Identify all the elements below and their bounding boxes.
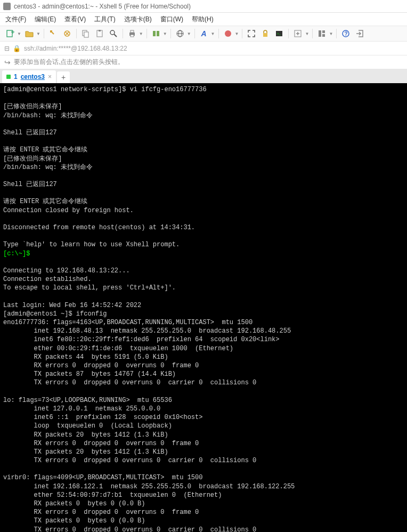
- menu-help[interactable]: 帮助(H): [192, 15, 214, 24]
- dropdown-icon[interactable]: ▼: [235, 31, 239, 36]
- term-line: 请按 ENTER 或其它命令继续: [3, 146, 87, 154]
- open-icon[interactable]: [23, 28, 35, 39]
- new-tab-button[interactable]: +: [57, 71, 70, 83]
- color-icon[interactable]: [222, 28, 234, 39]
- copy-icon[interactable]: [80, 28, 92, 39]
- term-line: TX errors 0 dropped 0 overruns 0 carrier…: [3, 457, 256, 464]
- svg-rect-27: [322, 34, 325, 37]
- separator: [170, 29, 171, 38]
- term-line: [已修改但尚未保存]: [3, 103, 62, 110]
- layout-icon[interactable]: [316, 28, 328, 39]
- term-line: inet 127.0.0.1 netmask 255.0.0.0: [3, 405, 160, 413]
- hint-text: 要添加当前会话,点击左侧的箭头按钮。: [14, 58, 124, 67]
- term-line: Shell 已返回127: [3, 181, 57, 188]
- term-line: Last login: Wed Feb 16 14:52:42 2022: [3, 302, 141, 309]
- svg-rect-0: [7, 30, 12, 37]
- term-line: RX errors 0 dropped 0 overruns 0 frame 0: [3, 509, 199, 516]
- term-line: 请按 ENTER 或其它命令继续: [3, 198, 87, 205]
- svg-rect-14: [157, 31, 159, 36]
- arrow-icon[interactable]: ↪: [4, 58, 11, 67]
- dropdown-icon[interactable]: ▼: [187, 31, 191, 36]
- term-line: [admin@centos1 network-scripts]$ vi ifcf…: [3, 86, 207, 93]
- menu-file[interactable]: 文件(F): [5, 15, 26, 24]
- term-line: inet 192.168.122.1 netmask 255.255.255.0…: [3, 483, 295, 490]
- svg-rect-5: [84, 32, 88, 37]
- tab-bar: 1 centos3 × +: [0, 69, 407, 83]
- address-bar: ⊟ 🔒 ssh://admin:*****@192.168.48.13:22: [0, 42, 407, 55]
- tab-centos3[interactable]: 1 centos3 ×: [2, 70, 56, 83]
- status-dot-icon: [6, 75, 11, 79]
- term-line: TX packets 87 bytes 14767 (14.4 KiB): [3, 370, 176, 378]
- separator: [242, 29, 242, 38]
- term-line: virbr0: flags=4099<UP,BROADCAST,MULTICAS…: [3, 474, 202, 481]
- term-line: loop txqueuelen 0 (Local Loopback): [3, 422, 172, 430]
- terminal-icon[interactable]: >_: [273, 28, 285, 39]
- dropdown-icon[interactable]: ▼: [163, 31, 167, 36]
- address-url[interactable]: ssh://admin:*****@192.168.48.13:22: [24, 45, 127, 52]
- dropdown-icon[interactable]: ▼: [211, 31, 215, 36]
- dropdown-icon[interactable]: ▼: [139, 31, 143, 36]
- term-line: Connection closed by foreign host.: [3, 207, 134, 214]
- term-line: TX errors 0 dropped 0 overruns 0 carrier…: [3, 379, 256, 386]
- term-line: TX packets 20 bytes 1412 (1.3 KiB): [3, 448, 168, 456]
- term-line: [admin@centos1 ~]$ ifconfig: [3, 310, 107, 318]
- font-icon[interactable]: A: [198, 28, 210, 39]
- term-line: ether 52:54:00:97:d7:b1 txqueuelen 0 (Et…: [3, 491, 222, 499]
- term-line: inet6 ::1 prefixlen 128 scopeid 0x10<hos…: [3, 414, 202, 421]
- globe-icon[interactable]: [174, 28, 186, 39]
- print-icon[interactable]: [126, 28, 138, 39]
- new-icon[interactable]: [4, 28, 16, 39]
- menu-view[interactable]: 查看(V): [64, 15, 86, 24]
- search-icon[interactable]: [108, 28, 119, 39]
- lock-icon: 🔒: [13, 45, 21, 52]
- term-line: TX packets 0 bytes 0 (0.0 B): [3, 517, 145, 525]
- dropdown-icon[interactable]: ▼: [329, 31, 333, 36]
- separator: [76, 29, 77, 38]
- term-line: Type `help' to learn how to use Xshell p…: [3, 241, 180, 248]
- help-icon[interactable]: ?: [340, 28, 352, 39]
- svg-text:?: ?: [345, 31, 348, 37]
- term-line: TX errors 0 dropped 0 overruns 0 carrier…: [3, 526, 256, 532]
- add-icon[interactable]: [292, 28, 304, 39]
- close-icon[interactable]: ×: [48, 73, 52, 80]
- dropdown-icon[interactable]: ▼: [36, 31, 40, 36]
- term-line: Connecting to 192.168.48.13:22...: [3, 267, 130, 275]
- svg-rect-13: [153, 31, 156, 36]
- window-title: centos3 - admin@centos1:~ - Xshell 5 (Fr…: [14, 3, 191, 10]
- svg-rect-12: [131, 35, 134, 37]
- term-line: eno16777736: flags=4163<UP,BROADCAST,RUN…: [3, 319, 253, 326]
- term-line: RX errors 0 dropped 0 overruns 0 frame 0: [3, 362, 199, 369]
- term-line: /bin/bash: wq: 未找到命令: [3, 164, 93, 171]
- menu-window[interactable]: 窗口(W): [160, 15, 183, 24]
- term-prompt: [c:\~]$: [3, 250, 30, 257]
- svg-rect-25: [319, 30, 321, 37]
- separator: [218, 29, 219, 38]
- tab-number: 1: [14, 73, 18, 80]
- menu-tabs[interactable]: 选项卡(B): [124, 15, 152, 24]
- separator: [288, 29, 289, 38]
- nav-icon[interactable]: ⊟: [4, 45, 10, 52]
- separator: [44, 29, 44, 38]
- menu-tools[interactable]: 工具(T): [94, 15, 115, 24]
- fullscreen-icon[interactable]: [246, 28, 257, 39]
- svg-rect-26: [322, 30, 325, 33]
- menu-edit[interactable]: 编辑(E): [35, 15, 56, 24]
- dropdown-icon[interactable]: ▼: [305, 31, 309, 36]
- exit-icon[interactable]: [354, 28, 365, 39]
- svg-point-18: [225, 30, 231, 37]
- terminal[interactable]: [admin@centos1 network-scripts]$ vi ifcf…: [0, 83, 407, 532]
- term-line: lo: flags=73<UP,LOOPBACK,RUNNING> mtu 65…: [3, 397, 172, 404]
- separator: [312, 29, 313, 38]
- reconnect-icon[interactable]: [47, 28, 59, 39]
- transfer-icon[interactable]: [150, 28, 162, 39]
- menubar: 文件(F) 编辑(E) 查看(V) 工具(T) 选项卡(B) 窗口(W) 帮助(…: [0, 13, 407, 26]
- disconnect-icon[interactable]: [61, 28, 73, 39]
- paste-icon[interactable]: [94, 28, 105, 39]
- svg-rect-19: [263, 33, 267, 37]
- dropdown-icon[interactable]: ▼: [17, 31, 21, 36]
- lock-icon[interactable]: [259, 28, 271, 39]
- term-line: RX errors 0 dropped 0 overruns 0 frame 0: [3, 440, 199, 447]
- term-line: RX packets 20 bytes 1412 (1.3 KiB): [3, 431, 168, 439]
- term-line: /bin/bash: wq: 未找到命令: [3, 112, 93, 119]
- term-line: inet6 fe80::20c:29ff:fef1:ded6 prefixlen…: [3, 336, 279, 343]
